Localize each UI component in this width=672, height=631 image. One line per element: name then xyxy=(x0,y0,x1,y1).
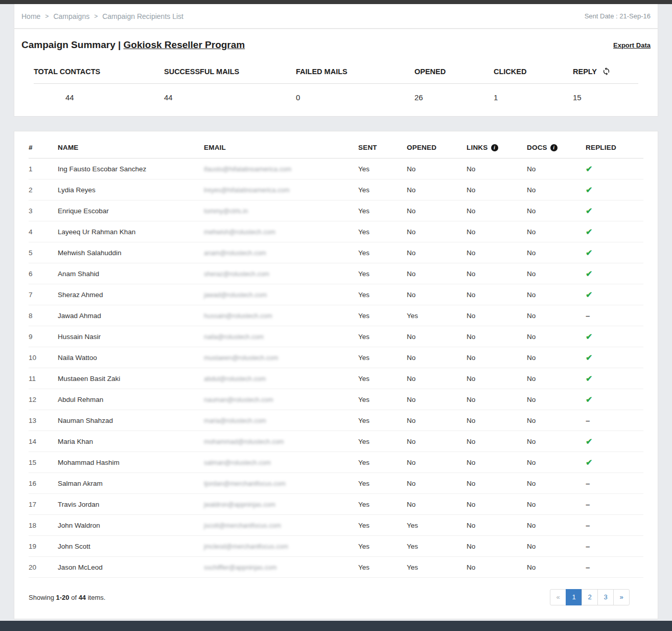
replied-cell: – xyxy=(586,473,643,494)
col-header-docs: DOCSi xyxy=(527,133,586,159)
stat-label-opened: OPENED xyxy=(414,59,494,84)
summary-header: Campaign Summary | Gokiosk Reseller Prog… xyxy=(14,29,658,57)
docs-status: No xyxy=(527,347,586,368)
page-button-3[interactable]: 3 xyxy=(597,589,614,605)
table-row: 11Mustaeen Basit Zakiabdul@rolustech.com… xyxy=(29,368,643,389)
recipient-name: Nauman Shahzad xyxy=(58,410,204,431)
recipient-email: tjordan@merchantfocus.com xyxy=(204,473,358,494)
replied-cell: ✔ xyxy=(586,179,643,200)
sent-status: Yes xyxy=(358,515,407,536)
sent-status: Yes xyxy=(358,159,407,179)
recipient-email: abdul@rolustech.com xyxy=(204,368,358,389)
replied-dash-icon: – xyxy=(586,521,590,530)
recipient-email: sschiffler@appninjas.com xyxy=(204,557,358,578)
pagination: «123» xyxy=(550,589,630,605)
row-number: 8 xyxy=(29,305,58,326)
docs-status: No xyxy=(527,473,586,494)
recipients-table-panel: #NAMEEMAILSENTOPENEDLINKSiDOCSiREPLIED 1… xyxy=(14,131,658,619)
recipient-email-text: tjordan@merchantfocus.com xyxy=(204,480,286,487)
prev-page-button[interactable]: « xyxy=(550,589,566,605)
replied-cell: – xyxy=(586,305,643,326)
links-status: No xyxy=(467,179,527,200)
page-title: Campaign Summary | Gokiosk Reseller Prog… xyxy=(21,39,245,51)
replied-check-icon: ✔ xyxy=(586,269,592,278)
recipient-email: nauman@rolustech.com xyxy=(204,389,358,410)
stat-label-text: OPENED xyxy=(414,67,446,76)
col-header-email: EMAIL xyxy=(204,133,358,159)
replied-cell: ✔ xyxy=(586,326,643,347)
page-container: Home > Campaigns > Campaign Recipients L… xyxy=(14,4,658,619)
row-number: 4 xyxy=(29,221,58,242)
links-status: No xyxy=(467,326,527,347)
links-status: No xyxy=(467,515,527,536)
col-header-sent: SENT xyxy=(358,133,407,159)
stat-value-reply: 15 xyxy=(573,84,638,104)
opened-status: No xyxy=(407,200,467,221)
links-status: No xyxy=(467,410,527,431)
info-icon[interactable]: i xyxy=(491,144,498,151)
sent-status: Yes xyxy=(358,347,407,368)
row-number: 6 xyxy=(29,263,58,284)
recipient-email: naila@rolustech.com xyxy=(204,326,358,347)
recipient-name: Maria Khan xyxy=(58,431,204,452)
next-page-button[interactable]: » xyxy=(613,589,630,605)
replied-cell: ✔ xyxy=(586,263,643,284)
row-number: 14 xyxy=(29,431,58,452)
stat-value-opened: 26 xyxy=(414,84,494,104)
row-number: 15 xyxy=(29,452,58,473)
col-header-text: EMAIL xyxy=(204,144,226,151)
opened-status: No xyxy=(407,431,467,452)
recipient-email-text: ifausto@hifalatinoamerica.com xyxy=(204,166,291,173)
sent-status: Yes xyxy=(358,368,407,389)
page-button-1[interactable]: 1 xyxy=(566,589,582,605)
opened-status: No xyxy=(407,473,467,494)
opened-status: No xyxy=(407,326,467,347)
page-button-2[interactable]: 2 xyxy=(582,589,598,605)
col-header-text: # xyxy=(29,144,33,151)
title-prefix: Campaign Summary | xyxy=(21,39,124,50)
refresh-icon[interactable] xyxy=(602,67,611,76)
links-status: No xyxy=(467,200,527,221)
stat-label-successful-mails: SUCCESSFUL MAILS xyxy=(164,59,296,84)
recipient-email: lreyes@hifalatinoamerica.com xyxy=(204,179,358,200)
table-row: 19John Scottjmcleod@merchantfocus.comYes… xyxy=(29,536,643,557)
replied-cell: ✔ xyxy=(586,284,643,305)
campaign-name-link[interactable]: Gokiosk Reseller Program xyxy=(124,39,245,50)
export-data-link[interactable]: Export Data xyxy=(613,41,651,49)
col-header-links: LINKSi xyxy=(467,133,527,159)
sent-date-label: Sent Date : 21-Sep-16 xyxy=(585,12,651,20)
sent-status: Yes xyxy=(358,473,407,494)
recipient-email: sheraz@rolustech.com xyxy=(204,263,358,284)
col-header-opened: OPENED xyxy=(407,133,467,159)
replied-check-icon: ✔ xyxy=(586,395,592,404)
recipient-email: mehwish@rolustech.com xyxy=(204,221,358,242)
breadcrumb-home[interactable]: Home xyxy=(21,12,40,20)
info-icon[interactable]: i xyxy=(550,144,558,151)
docs-status: No xyxy=(527,515,586,536)
breadcrumb-campaigns[interactable]: Campaigns xyxy=(53,12,89,20)
recipient-email: maria@rolustech.com xyxy=(204,410,358,431)
recipient-name: John Waldron xyxy=(58,515,204,536)
row-number: 17 xyxy=(29,494,58,515)
col-header-text: DOCS xyxy=(527,144,547,151)
row-number: 16 xyxy=(29,473,58,494)
recipient-email-text: jmcleod@merchantfocus.com xyxy=(204,543,288,550)
table-row: 20Jason McLeodsschiffler@appninjas.comYe… xyxy=(29,557,643,578)
docs-status: No xyxy=(527,452,586,473)
recipient-email: jawad@rolustech.com xyxy=(204,284,358,305)
stat-value-total-contacts: 44 xyxy=(34,84,164,104)
links-status: No xyxy=(467,347,527,368)
col-header-text: SENT xyxy=(358,144,377,151)
sent-status: Yes xyxy=(358,263,407,284)
replied-check-icon: ✔ xyxy=(586,374,592,383)
recipient-email: mohammad@rolustech.com xyxy=(204,431,358,452)
replied-dash-icon: – xyxy=(586,563,590,572)
row-number: 11 xyxy=(29,368,58,389)
table-row: 9Hussain Nasirnaila@rolustech.comYesNoNo… xyxy=(29,326,643,347)
sent-status: Yes xyxy=(358,179,407,200)
docs-status: No xyxy=(527,263,586,284)
sent-status: Yes xyxy=(358,200,407,221)
replied-check-icon: ✔ xyxy=(586,437,592,446)
opened-status: No xyxy=(407,347,467,368)
links-status: No xyxy=(467,284,527,305)
